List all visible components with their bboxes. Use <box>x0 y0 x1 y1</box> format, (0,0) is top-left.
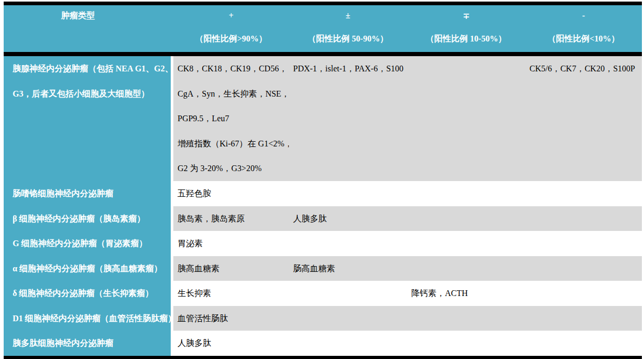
tumor-type-cell: 胰腺神经内分泌肿瘤（包括 NEA G1、G2、 G3，后者又包括小细胞及大细胞型… <box>4 56 173 181</box>
marker-cell-minus <box>525 331 642 356</box>
marker-cell-plus-minus <box>289 331 407 356</box>
marker-cell-minus <box>525 206 642 231</box>
tumor-type-cell: δ 细胞神经内分泌肿瘤（生长抑素瘤） <box>4 281 173 306</box>
header-tumor-type-label: 肿瘤类型 <box>4 5 173 26</box>
marker-cell-plus: 胰岛素，胰岛素原 <box>173 206 289 231</box>
plus-minus-symbol: ± <box>289 5 407 26</box>
marker-cell-minus-plus <box>407 231 525 256</box>
marker-cell-minus-plus: 降钙素，ACTH <box>407 281 525 306</box>
tumor-type-cell: α 细胞神经内分泌肿瘤（胰高血糖素瘤） <box>4 256 173 281</box>
header-cell-tumor-type: 肿瘤类型 <box>4 5 173 56</box>
marker-cell-minus-plus <box>407 181 525 206</box>
marker-cell-plus-minus <box>289 281 407 306</box>
marker-cell-plus: 生长抑素 <box>173 281 289 306</box>
ihc-table-frame: 肿瘤类型 + （阳性比例>90%） ± （阳性比例 50-90%） ∓ （阳性比… <box>4 2 642 359</box>
marker-cell-minus <box>525 306 642 331</box>
tumor-type-cell: G 细胞神经内分泌肿瘤（胃泌素瘤） <box>4 231 173 256</box>
tumor-type-cell: 肠嗜铬细胞神经内分泌肿瘤 <box>4 181 173 206</box>
marker-cell-minus-plus <box>407 306 525 331</box>
marker-cell-plus-minus <box>289 306 407 331</box>
marker-cell-plus: 胰高血糖素 <box>173 256 289 281</box>
marker-cell-minus: CK5/6，CK7，CK20，S100P <box>525 56 642 181</box>
marker-cell-minus-plus <box>407 256 525 281</box>
table-row: β 细胞神经内分泌肿瘤（胰岛素瘤） 胰岛素，胰岛素原 人胰多肽 <box>4 206 642 231</box>
marker-cell-plus-minus: PDX-1，islet-1，PAX-6，S100 <box>289 56 407 181</box>
marker-cell-minus <box>525 181 642 206</box>
table-row: δ 细胞神经内分泌肿瘤（生长抑素瘤） 生长抑素 降钙素，ACTH <box>4 281 642 306</box>
marker-cell-minus-plus <box>407 206 525 231</box>
header-cell-plus-minus: ± （阳性比例 50-90%） <box>289 5 407 56</box>
tumor-type-cell: 胰多肽细胞神经内分泌肿瘤 <box>4 331 173 356</box>
positive-ratio-label: （阳性比例>90%） <box>173 26 289 52</box>
negative-ratio-label: （阳性比例<10%） <box>525 26 642 52</box>
tumor-type-cell: D1 细胞神经内分泌肿瘤（血管活性肠肽瘤） <box>4 306 173 331</box>
table-row: G 细胞神经内分泌肿瘤（胃泌素瘤） 胃泌素 <box>4 231 642 256</box>
marker-cell-minus-plus <box>407 56 525 181</box>
marker-cell-minus <box>525 231 642 256</box>
tumor-type-cell: β 细胞神经内分泌肿瘤（胰岛素瘤） <box>4 206 173 231</box>
plus-minus-ratio-label: （阳性比例 50-90%） <box>289 26 407 52</box>
plus-symbol: + <box>173 5 289 26</box>
minus-symbol: - <box>525 5 642 26</box>
header-row: 肿瘤类型 + （阳性比例>90%） ± （阳性比例 50-90%） ∓ （阳性比… <box>4 5 642 56</box>
header-cell-minus-plus: ∓ （阳性比例 10-50%） <box>407 5 525 56</box>
minus-plus-ratio-label: （阳性比例 10-50%） <box>407 26 525 52</box>
marker-cell-minus <box>525 256 642 281</box>
header-cell-positive: + （阳性比例>90%） <box>173 5 289 56</box>
table-row: α 细胞神经内分泌肿瘤（胰高血糖素瘤） 胰高血糖素 肠高血糖素 <box>4 256 642 281</box>
marker-cell-plus-minus <box>289 181 407 206</box>
table-body: 胰腺神经内分泌肿瘤（包括 NEA G1、G2、 G3，后者又包括小细胞及大细胞型… <box>4 56 642 356</box>
ihc-marker-table: 肿瘤类型 + （阳性比例>90%） ± （阳性比例 50-90%） ∓ （阳性比… <box>4 5 642 356</box>
marker-cell-plus: 胃泌素 <box>173 231 289 256</box>
marker-cell-plus: CK8，CK18，CK19，CD56， CgA，Syn，生长抑素，NSE， PG… <box>173 56 289 181</box>
minus-plus-symbol: ∓ <box>407 5 525 26</box>
marker-cell-plus: 血管活性肠肽 <box>173 306 289 331</box>
marker-cell-plus: 人胰多肽 <box>173 331 289 356</box>
marker-cell-plus-minus: 人胰多肽 <box>289 206 407 231</box>
table-row: 胰多肽细胞神经内分泌肿瘤 人胰多肽 <box>4 331 642 356</box>
header-tumor-type-sub <box>4 26 173 52</box>
marker-cell-plus-minus: 肠高血糖素 <box>289 256 407 281</box>
header-cell-negative: - （阳性比例<10%） <box>525 5 642 56</box>
table-row: D1 细胞神经内分泌肿瘤（血管活性肠肽瘤） 血管活性肠肽 <box>4 306 642 331</box>
table-row: 胰腺神经内分泌肿瘤（包括 NEA G1、G2、 G3，后者又包括小细胞及大细胞型… <box>4 56 642 181</box>
marker-cell-plus: 五羟色胺 <box>173 181 289 206</box>
table-header: 肿瘤类型 + （阳性比例>90%） ± （阳性比例 50-90%） ∓ （阳性比… <box>4 5 642 56</box>
table-row: 肠嗜铬细胞神经内分泌肿瘤 五羟色胺 <box>4 181 642 206</box>
marker-cell-plus-minus <box>289 231 407 256</box>
marker-cell-minus <box>525 281 642 306</box>
marker-cell-minus-plus <box>407 331 525 356</box>
document-page: 肿瘤类型 + （阳性比例>90%） ± （阳性比例 50-90%） ∓ （阳性比… <box>0 0 644 359</box>
